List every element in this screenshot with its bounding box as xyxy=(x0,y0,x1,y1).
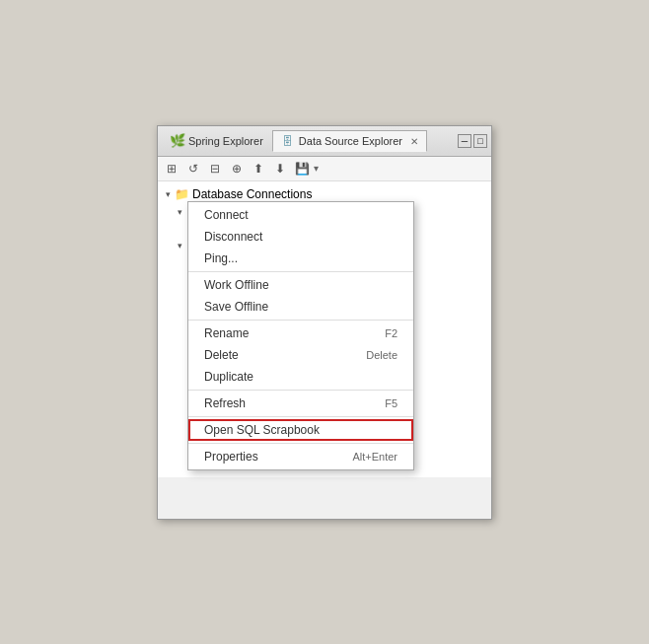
menu-separator-5 xyxy=(188,443,413,444)
menu-refresh[interactable]: Refresh F5 xyxy=(188,393,413,414)
toolbar: ⊞ ↺ ⊟ ⊕ ⬆ ⬇ 💾 ▾ xyxy=(158,157,491,181)
context-menu: Connect Disconnect Ping... Work Offline … xyxy=(187,201,414,470)
menu-delete[interactable]: Delete Delete xyxy=(188,344,413,366)
import-button[interactable]: ⬆ xyxy=(249,159,268,179)
add-button[interactable]: ⊕ xyxy=(227,159,247,179)
rename-shortcut: F2 xyxy=(385,327,397,339)
save-button[interactable]: 💾 xyxy=(292,159,312,179)
tab-datasource[interactable]: 🗄 Data Source Explorer ✕ xyxy=(272,130,427,152)
properties-shortcut: Alt+Enter xyxy=(352,451,397,463)
menu-work-offline[interactable]: Work Offline xyxy=(188,274,413,296)
expand-arrow[interactable]: ▾ xyxy=(174,207,185,217)
maximize-button[interactable]: □ xyxy=(473,134,487,148)
menu-save-offline[interactable]: Save Offline xyxy=(188,296,413,318)
spring-icon: 🌿 xyxy=(171,134,184,148)
tree-area: ▾ 📁 Database Connections ▾ 🗄 H2 Database… xyxy=(158,181,491,477)
menu-separator-1 xyxy=(188,271,413,272)
spring-tab-label: Spring Explorer xyxy=(188,135,263,147)
minimize-button[interactable]: ─ xyxy=(458,134,471,148)
toolbar-menu-button[interactable]: ▾ xyxy=(314,163,319,174)
menu-separator-4 xyxy=(188,416,413,417)
menu-ping[interactable]: Ping... xyxy=(188,248,413,269)
folder-icon: 📁 xyxy=(174,186,189,202)
datasource-tab-label: Data Source Explorer xyxy=(299,135,402,147)
database-icon: 🗄 xyxy=(281,134,295,148)
title-bar: 🌿 Spring Explorer 🗄 Data Source Explorer… xyxy=(158,126,491,157)
menu-rename[interactable]: Rename F2 xyxy=(188,322,413,344)
tab-spring[interactable]: 🌿 Spring Explorer xyxy=(162,130,272,152)
menu-disconnect[interactable]: Disconnect xyxy=(188,226,413,248)
filter-button[interactable]: ⊟ xyxy=(205,159,225,179)
window-controls: ─ □ xyxy=(458,134,487,148)
delete-shortcut: Delete xyxy=(366,349,397,361)
menu-properties[interactable]: Properties Alt+Enter xyxy=(188,446,413,467)
expand-arrow-oda[interactable]: ▾ xyxy=(174,241,185,250)
collapse-arrow[interactable]: ▾ xyxy=(162,189,174,199)
refresh-button[interactable]: ↺ xyxy=(183,159,203,179)
menu-separator-3 xyxy=(188,390,413,391)
menu-open-sql-scrapbook[interactable]: Open SQL Scrapbook xyxy=(188,419,413,441)
close-tab-button[interactable]: ✕ xyxy=(410,136,418,147)
export-button[interactable]: ⬇ xyxy=(270,159,290,179)
main-window: 🌿 Spring Explorer 🗄 Data Source Explorer… xyxy=(157,125,492,520)
refresh-shortcut: F5 xyxy=(385,397,397,409)
menu-connect[interactable]: Connect xyxy=(188,204,413,226)
menu-separator-2 xyxy=(188,320,413,321)
menu-duplicate[interactable]: Duplicate xyxy=(188,366,413,388)
tree-root-label: Database Connections xyxy=(192,187,312,201)
new-connection-button[interactable]: ⊞ xyxy=(162,159,181,179)
